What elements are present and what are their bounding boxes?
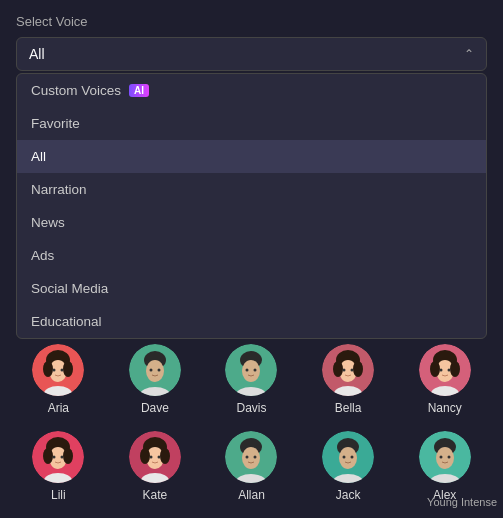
voice-item-bella[interactable]: Bella bbox=[308, 338, 388, 419]
chevron-up-icon: ⌃ bbox=[464, 47, 474, 61]
svg-point-12 bbox=[149, 369, 152, 372]
svg-point-3 bbox=[43, 361, 53, 377]
voice-name-davis: Davis bbox=[236, 401, 266, 415]
voice-item-jack[interactable]: Jack bbox=[308, 425, 388, 506]
voice-dropdown[interactable]: All ⌃ Custom VoicesAIFavoriteAllNarratio… bbox=[16, 37, 487, 71]
tag-line: Young Intense bbox=[427, 496, 497, 508]
voice-name-dave: Dave bbox=[141, 401, 169, 415]
voice-item-dave[interactable]: Dave bbox=[115, 338, 195, 419]
dropdown-item-favorite[interactable]: Favorite bbox=[17, 107, 486, 140]
dropdown-item-custom[interactable]: Custom VoicesAI bbox=[17, 74, 486, 107]
svg-point-56 bbox=[246, 456, 249, 459]
svg-point-57 bbox=[254, 456, 257, 459]
svg-point-35 bbox=[447, 369, 450, 372]
voice-item-davis[interactable]: Davis bbox=[211, 338, 291, 419]
voice-item-kate[interactable]: Kate bbox=[115, 425, 195, 506]
svg-point-54 bbox=[242, 447, 260, 469]
svg-point-40 bbox=[63, 448, 73, 464]
svg-point-19 bbox=[254, 369, 257, 372]
voice-item-nancy[interactable]: Nancy bbox=[405, 338, 485, 419]
voice-item-lili[interactable]: Lili bbox=[18, 425, 98, 506]
voice-name-aria: Aria bbox=[48, 401, 69, 415]
voice-name-nancy: Nancy bbox=[428, 401, 462, 415]
svg-point-6 bbox=[53, 369, 56, 372]
voices-grid: Aria Dave Davis bbox=[0, 338, 503, 512]
voice-name-lili: Lili bbox=[51, 488, 66, 502]
svg-point-69 bbox=[447, 456, 450, 459]
svg-point-39 bbox=[43, 448, 53, 464]
dropdown-item-narration[interactable]: Narration bbox=[17, 173, 486, 206]
svg-point-68 bbox=[439, 456, 442, 459]
ai-badge: AI bbox=[129, 84, 149, 97]
svg-point-51 bbox=[157, 456, 160, 459]
voice-name-kate: Kate bbox=[143, 488, 168, 502]
dropdown-item-ads[interactable]: Ads bbox=[17, 239, 486, 272]
svg-point-24 bbox=[353, 361, 363, 377]
svg-point-18 bbox=[246, 369, 249, 372]
voice-name-jack: Jack bbox=[336, 488, 361, 502]
voice-row-2: Lili Kate Allan bbox=[10, 425, 493, 506]
dropdown-selected-value: All bbox=[29, 46, 45, 62]
svg-point-62 bbox=[343, 456, 346, 459]
svg-point-43 bbox=[61, 456, 64, 459]
svg-point-34 bbox=[439, 369, 442, 372]
svg-point-32 bbox=[450, 361, 460, 377]
svg-point-48 bbox=[160, 448, 170, 464]
dropdown-item-educational[interactable]: Educational bbox=[17, 305, 486, 338]
voice-item-aria[interactable]: Aria bbox=[18, 338, 98, 419]
svg-point-23 bbox=[333, 361, 343, 377]
svg-point-47 bbox=[140, 448, 150, 464]
svg-point-66 bbox=[436, 447, 454, 469]
voice-item-allan[interactable]: Allan bbox=[211, 425, 291, 506]
voice-name-bella: Bella bbox=[335, 401, 362, 415]
voice-name-allan: Allan bbox=[238, 488, 265, 502]
svg-point-13 bbox=[157, 369, 160, 372]
svg-point-50 bbox=[149, 456, 152, 459]
svg-point-26 bbox=[343, 369, 346, 372]
dropdown-item-all[interactable]: All bbox=[17, 140, 486, 173]
svg-point-4 bbox=[63, 361, 73, 377]
select-voice-label: Select Voice bbox=[16, 14, 487, 29]
svg-point-42 bbox=[53, 456, 56, 459]
dropdown-item-social-media[interactable]: Social Media bbox=[17, 272, 486, 305]
svg-point-63 bbox=[351, 456, 354, 459]
svg-point-10 bbox=[146, 360, 164, 382]
dropdown-item-news[interactable]: News bbox=[17, 206, 486, 239]
svg-point-60 bbox=[339, 447, 357, 469]
voice-row-1: Aria Dave Davis bbox=[10, 338, 493, 419]
dropdown-trigger[interactable]: All ⌃ bbox=[16, 37, 487, 71]
voice-item-alex[interactable]: Alex bbox=[405, 425, 485, 506]
svg-point-7 bbox=[61, 369, 64, 372]
svg-point-27 bbox=[351, 369, 354, 372]
dropdown-menu: Custom VoicesAIFavoriteAllNarrationNewsA… bbox=[16, 73, 487, 339]
svg-point-16 bbox=[242, 360, 260, 382]
svg-point-31 bbox=[430, 361, 440, 377]
